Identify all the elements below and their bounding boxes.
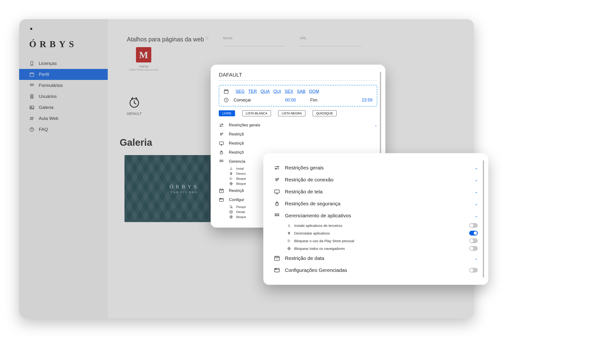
sub-label: Bloque (236, 182, 246, 185)
people-icon (29, 116, 35, 121)
svg-point-24 (221, 160, 222, 161)
day-SEX[interactable]: SEX (285, 89, 293, 94)
sub-label: Desinstalar aplicativos (294, 231, 330, 235)
sidebar-item-usuários[interactable]: Usuários (19, 91, 108, 102)
sidebar-item-perfil[interactable]: Perfil (19, 69, 108, 80)
acc-label: Restrição de conexão (285, 177, 334, 182)
sidebar-item-faq[interactable]: FAQ (19, 124, 108, 135)
sidebar-item-galeria[interactable]: Galeria (19, 102, 108, 113)
svg-point-4 (32, 84, 32, 84)
day-QUI[interactable]: QUI (273, 89, 281, 94)
acc-row[interactable]: Restriçã (219, 130, 377, 139)
chip-quiosque[interactable]: QUIOSQUE (313, 110, 336, 116)
shortcut-item[interactable]: M marca (https://www.marca.com) (127, 47, 160, 71)
acc-row[interactable]: 1Restrição de data⌄ (274, 252, 478, 264)
shortcut-url: (https://www.marca.com) (127, 68, 160, 71)
acc-label: Configurações Gerenciadas (285, 267, 347, 273)
sidebar-item-label: Aula Web (39, 116, 58, 121)
svg-text:1: 1 (221, 190, 222, 192)
toggle[interactable] (469, 223, 478, 228)
browser-icon (219, 197, 224, 202)
svg-point-6 (30, 85, 31, 86)
svg-point-23 (220, 160, 220, 161)
start-label: Começar (234, 98, 280, 103)
toggle[interactable] (469, 231, 478, 235)
play-icon (287, 239, 291, 243)
acc-row[interactable]: Restrição de tela⌄ (274, 186, 478, 198)
day-SAB[interactable]: SAB (297, 89, 305, 94)
svg-point-5 (33, 84, 34, 84)
sub-label: Bloquear todos os navegadores (294, 247, 345, 251)
restrictions-panel: Restrições gerais⌄Restrição de conexão⌄R… (263, 153, 488, 285)
svg-point-20 (220, 126, 221, 127)
svg-point-39 (277, 166, 278, 167)
browser-icon (274, 267, 280, 273)
acc-row[interactable]: Restriçã (219, 139, 377, 148)
sidebar-item-label: Formulários (39, 83, 63, 88)
svg-point-14 (32, 117, 33, 118)
day-TER[interactable]: TER (248, 89, 257, 94)
acc-row[interactable]: Restrições gerais⌄ (219, 121, 377, 130)
start-value[interactable]: 00:00 (285, 98, 296, 103)
download-icon (287, 224, 291, 227)
sub-row: Bloquear todos os navegadores (274, 245, 478, 252)
svg-point-45 (278, 214, 279, 214)
url-label: URL (299, 36, 362, 40)
toggle[interactable] (469, 246, 478, 251)
day-DOM[interactable]: DOM (309, 89, 319, 94)
sub-row: Bloquear o uso da Play Store pessoal (274, 237, 478, 245)
chevron-down-icon: ⌄ (475, 178, 478, 182)
trash-icon (229, 172, 233, 175)
day-SEG[interactable]: SEG (235, 89, 245, 94)
svg-rect-37 (230, 211, 233, 213)
calendar-icon (29, 72, 35, 77)
chevron-down-icon: ⌄ (475, 166, 478, 170)
svg-point-47 (276, 215, 277, 216)
globe-icon (229, 215, 233, 219)
plug-icon (274, 177, 280, 183)
day-QUA[interactable]: QUA (260, 89, 270, 94)
acc-label: Restrições de segurança (285, 201, 340, 207)
toggle[interactable] (469, 268, 478, 273)
acc-row[interactable]: Restrições gerais⌄ (274, 162, 478, 174)
tile-brand: ÓRBYS (169, 183, 199, 190)
globe-icon (229, 182, 233, 185)
question-icon (29, 127, 35, 132)
sidebar-item-label: Licenças (39, 61, 57, 66)
end-value[interactable]: 23:59 (362, 98, 373, 103)
profile-name-input[interactable]: DAFAULT (219, 72, 377, 81)
name-field[interactable]: Nome (223, 36, 285, 46)
phone-icon (29, 61, 35, 66)
mode-chips: LIVRELISTA BLANCALISTA NEGRAQUIOSQUE (219, 110, 377, 116)
chip-lista blanca[interactable]: LISTA BLANCA (242, 110, 271, 116)
sidebar-item-licenças[interactable]: Licenças (19, 58, 108, 69)
svg-point-48 (278, 215, 279, 216)
monitor-icon (274, 189, 280, 195)
sidebar: ÓRBYS LicençasPerfilFormuláriosUsuáriosG… (19, 19, 108, 318)
acc-row[interactable]: Restrição de conexão⌄ (274, 174, 478, 186)
chip-livre[interactable]: LIVRE (219, 110, 235, 116)
acc-label: Restriçã (229, 141, 244, 146)
sub-label: Instal (236, 167, 244, 170)
svg-point-1 (32, 65, 32, 65)
acc-row[interactable]: Gerenciamento de aplicativos⌄ (274, 210, 478, 221)
scrollbar[interactable] (483, 160, 484, 278)
sub-row: Desinstalar aplicativos (274, 229, 478, 237)
toggle[interactable] (469, 238, 478, 243)
url-field[interactable]: URL (299, 36, 362, 46)
image-icon (29, 105, 35, 110)
name-label: Nome (223, 36, 285, 40)
acc-row[interactable]: Configurações Gerenciadas (274, 264, 478, 276)
plug-icon (219, 132, 224, 137)
acc-label: Gerencia (229, 159, 245, 164)
sidebar-item-formulários[interactable]: Formulários (19, 80, 108, 91)
sub-row: Instale aplicativos de terceiros (274, 221, 478, 229)
trash-icon (287, 231, 291, 235)
chip-lista negra[interactable]: LISTA NEGRA (278, 110, 305, 116)
monitor-icon (219, 141, 224, 146)
svg-point-53 (275, 269, 276, 269)
sidebar-item-aula web[interactable]: Aula Web (19, 113, 108, 124)
acc-row[interactable]: Restrições de segurança⌄ (274, 198, 478, 210)
svg-point-25 (222, 160, 223, 161)
sidebar-item-label: Usuários (39, 94, 57, 99)
